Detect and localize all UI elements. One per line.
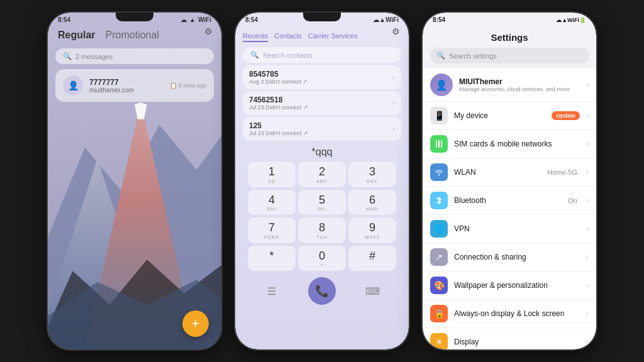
dialer-tabs: Recents Contacts Carrier Services: [235, 28, 409, 46]
chevron-2: ›: [392, 99, 395, 107]
bluetooth-label: Bluetooth: [454, 196, 562, 205]
search-placeholder-2: Search contacts: [263, 52, 313, 59]
recent-call-2[interactable]: 74562518 Jul 23 Didn't connect ↗ ›: [243, 91, 401, 115]
bluetooth-value: On: [568, 197, 577, 204]
key-5[interactable]: 5JKL: [298, 190, 346, 216]
status-bar-1: 8:54 ☁ ▲ WiFi: [48, 13, 221, 25]
key-4[interactable]: 4GHI: [248, 190, 296, 216]
messages-tabs: Regular Promotional: [48, 30, 221, 46]
settings-gear-2[interactable]: ⚙: [392, 26, 400, 36]
settings-aod[interactable]: 🔒 Always-on display & Lock screen ›: [423, 300, 596, 328]
key-1[interactable]: 1GD: [248, 162, 296, 187]
sim-chevron: ›: [586, 140, 589, 148]
msg-info-1: 7777777 miuithemer.com: [89, 78, 164, 94]
status-bar-2: 8:54 ☁▲WiFi: [235, 13, 409, 25]
keypad-icon-btn[interactable]: ⌨: [361, 280, 384, 302]
key-0[interactable]: 0+: [298, 246, 346, 272]
call-number-3: 125: [249, 121, 308, 130]
tab-recents[interactable]: Recents: [243, 31, 268, 42]
key-8[interactable]: 8TUV: [298, 217, 346, 243]
wlan-icon: [430, 163, 448, 181]
msg-time: 📋 5 mins ago: [170, 82, 206, 89]
search-icon-2: 🔍: [250, 51, 259, 59]
display-icon: ☀: [430, 333, 448, 349]
settings-wlan[interactable]: WLAN Home-5G ›: [423, 158, 596, 187]
key-2[interactable]: 2ABC: [298, 162, 346, 187]
dial-display: *qqq: [235, 143, 409, 160]
profile-desc: Manage accounts, cloud services, and mor…: [459, 86, 580, 92]
key-hash[interactable]: #: [348, 246, 396, 272]
settings-display[interactable]: ☀ Display ›: [423, 328, 596, 349]
msg-number: 7777777: [89, 78, 164, 87]
phone-settings: 8:54 ☁▲WiFi🔋 Settings 🔍 Search settings …: [421, 11, 597, 351]
svg-rect-7: [436, 140, 437, 148]
menu-icon-btn[interactable]: ☰: [260, 280, 283, 302]
avatar-1: 👤: [63, 75, 83, 96]
update-badge: Update: [552, 111, 580, 120]
time-2: 8:54: [245, 16, 258, 23]
call-date-2: Jul 23 Didn't connect ↗: [249, 104, 308, 111]
search-icon-3: 🔍: [436, 52, 445, 60]
connection-icon: ↗: [430, 248, 448, 266]
search-text-1: 2 messages: [75, 53, 113, 60]
wlan-chevron: ›: [586, 168, 589, 177]
wallpaper-icon: 🎨: [430, 277, 448, 294]
chevron-3: ›: [392, 124, 395, 133]
wlan-label: WLAN: [454, 168, 541, 177]
bluetooth-chevron: ›: [586, 196, 589, 205]
sim-label: SIM cards & mobile networks: [454, 140, 580, 148]
connection-chevron: ›: [586, 253, 589, 261]
wallpaper-label: Wallpaper & personalization: [454, 281, 580, 290]
settings-sim[interactable]: SIM cards & mobile networks ›: [423, 130, 596, 158]
key-9[interactable]: 9WXYZ: [348, 217, 396, 243]
display-chevron: ›: [586, 337, 589, 346]
settings-connection[interactable]: ↗ Connection & sharing ›: [423, 243, 596, 272]
key-star[interactable]: *: [248, 246, 296, 272]
time-1: 8:54: [58, 16, 70, 23]
search-icon-1: 🔍: [63, 52, 72, 60]
vpn-chevron: ›: [586, 224, 589, 233]
chevron-1: ›: [392, 73, 395, 82]
settings-vpn[interactable]: 🌐 VPN ›: [423, 215, 596, 243]
svg-rect-9: [441, 140, 442, 148]
call-number-2: 74562518: [249, 96, 308, 104]
recent-call-3[interactable]: 125 Jul 23 Didn't connect ↗ ›: [243, 117, 401, 141]
tab-regular[interactable]: Regular: [58, 30, 96, 41]
wlan-value: Home-5G: [547, 168, 577, 176]
call-button[interactable]: 📞: [308, 277, 336, 305]
my-device-label: My device: [454, 111, 545, 120]
key-7[interactable]: 7PQRS: [248, 217, 296, 243]
my-device-icon: 📱: [430, 107, 448, 124]
my-device-chevron: ›: [586, 111, 589, 120]
tab-carrier[interactable]: Carrier Services: [308, 31, 358, 42]
phone-dialer: 8:54 ☁▲WiFi ⚙ Recents Contacts Carrier S…: [234, 11, 410, 351]
settings-wallpaper[interactable]: 🎨 Wallpaper & personalization ›: [423, 272, 596, 300]
message-item-1[interactable]: 👤 7777777 miuithemer.com 📋 5 mins ago: [55, 69, 214, 102]
recent-call-1[interactable]: 8545785 Aug 3 Didn't connect ↗ ›: [243, 65, 401, 89]
aod-label: Always-on display & Lock screen: [454, 309, 580, 318]
profile-avatar: 👤: [430, 74, 453, 96]
settings-page-title: Settings: [423, 27, 596, 45]
settings-search-bar[interactable]: 🔍 Search settings: [430, 48, 589, 63]
call-date-1: Aug 3 Didn't connect ↗: [249, 79, 308, 85]
tab-promotional[interactable]: Promotional: [106, 30, 159, 41]
contacts-search[interactable]: 🔍 Search contacts: [243, 47, 401, 63]
status-icons-1: ☁ ▲ WiFi: [180, 16, 211, 23]
search-placeholder-3: Search settings: [449, 52, 497, 60]
compose-fab[interactable]: +: [182, 310, 209, 337]
sim-icon: [430, 135, 448, 153]
messages-search[interactable]: 🔍 2 messages: [55, 48, 214, 64]
profile-item[interactable]: 👤 MIUIThemer Manage accounts, cloud serv…: [423, 69, 596, 102]
key-3[interactable]: 3DEF: [348, 162, 396, 187]
key-6[interactable]: 6MNO: [348, 190, 396, 216]
wallpaper-chevron: ›: [586, 281, 589, 290]
profile-name: MIUIThemer: [459, 77, 580, 86]
tab-contacts[interactable]: Contacts: [274, 31, 301, 42]
settings-gear-1[interactable]: ⚙: [204, 26, 213, 36]
display-label: Display: [454, 337, 580, 346]
connection-label: Connection & sharing: [454, 253, 580, 261]
settings-bluetooth[interactable]: Bluetooth On ›: [423, 187, 596, 215]
settings-my-device[interactable]: 📱 My device Update ›: [423, 102, 596, 130]
dial-bottom: ☰ 📞 ⌨: [235, 275, 409, 310]
dial-pad: 1GD 2ABC 3DEF 4GHI 5JKL 6MNO 7PQRS 8TUV …: [235, 160, 409, 275]
